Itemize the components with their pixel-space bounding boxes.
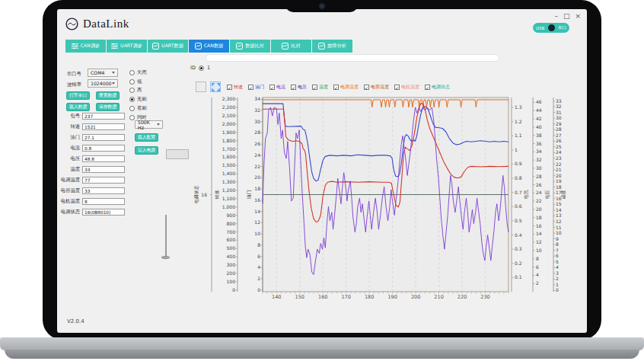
tab-UART调参[interactable]: UART调参	[107, 40, 147, 53]
button-保存数据[interactable]: 保存数据	[96, 103, 120, 111]
maximize-button[interactable]: □	[563, 13, 570, 20]
telemetry-row: 电压	[57, 155, 127, 163]
y-tick-label: 1,000	[222, 204, 235, 209]
minimize-button[interactable]: –	[554, 13, 558, 20]
toggle-电调温度[interactable]: ✓电调温度	[333, 84, 359, 91]
toggle-knob[interactable]	[548, 24, 555, 31]
field-油门[interactable]	[82, 134, 125, 142]
x-tick-label: 170	[341, 294, 350, 300]
blank-field[interactable]	[166, 149, 189, 159]
radio-低[interactable]: 低	[129, 78, 142, 85]
toggle-电调状态[interactable]: ✓电调状态	[425, 84, 450, 91]
expand-icon[interactable]	[210, 81, 221, 92]
axis-title-youmen: 油门	[246, 190, 252, 200]
telemetry-row: 转速	[57, 123, 127, 131]
toggle-label: 电压	[298, 84, 307, 91]
toggle-usb-label: USB	[536, 26, 544, 30]
toggle-电压[interactable]: ✓电压	[291, 84, 307, 91]
y-tick-label: 22	[254, 164, 260, 169]
radio-有刷[interactable]: 有刷	[129, 105, 147, 112]
window-controls: – □ ×	[554, 13, 581, 20]
toggle-转速[interactable]: ✓转速	[227, 84, 243, 91]
tab-数据比对[interactable]: 数据比对	[230, 40, 270, 53]
toggle-serial-label: 串口	[558, 25, 566, 30]
field-电调温度[interactable]	[82, 177, 125, 184]
radio-无刷[interactable]: 无刷	[129, 96, 147, 103]
y-tick-label: 8	[536, 256, 539, 261]
toggle-油门[interactable]: ✓油门	[248, 84, 264, 91]
checkbox-icon[interactable]: ✓	[291, 85, 296, 90]
y-tick-label: 10	[254, 231, 260, 236]
field-转速[interactable]	[82, 123, 125, 131]
button-打开串口[interactable]: 打开串口	[66, 91, 90, 100]
tab-CAN调参[interactable]: CAN调参	[65, 40, 106, 53]
y-tick-label: 28	[536, 174, 542, 179]
radio-icon[interactable]	[129, 106, 135, 111]
usb-serial-toggle[interactable]: USB 串口	[533, 23, 569, 33]
field-包号[interactable]	[82, 113, 125, 120]
y-tick-label: 12	[536, 239, 542, 244]
id-selector: ID 1	[190, 65, 210, 71]
y-tick-label: 30	[254, 119, 260, 124]
x-tick-label: 140	[272, 294, 281, 300]
baud-select[interactable]: 1024000	[88, 79, 118, 88]
id-radio[interactable]	[199, 65, 204, 71]
checkbox-icon[interactable]: ✓	[333, 85, 339, 90]
freq-select[interactable]: 500K Hz	[135, 120, 163, 129]
toggle-电容温度[interactable]: ✓电容温度	[364, 84, 389, 91]
axis-title-zhuangtai: 电调状态	[193, 186, 199, 204]
radio-icon[interactable]	[129, 79, 135, 85]
checkbox-icon[interactable]: ✓	[269, 85, 275, 90]
y-tick-label: 3	[556, 270, 559, 276]
field-电容温度[interactable]	[82, 187, 125, 195]
checkbox-icon[interactable]: ✓	[312, 85, 317, 90]
series-toggle-row: ✓转速✓油门✓电流✓电压✓温度✓电调温度✓电容温度✓电机温度✓电调状态	[227, 84, 450, 91]
port-select[interactable]: COM4	[88, 69, 118, 77]
y-tick-label: 26	[536, 182, 542, 187]
y-tick-label: 14	[556, 207, 562, 212]
y-tick-label: 0.5	[515, 218, 522, 223]
radio-icon[interactable]	[129, 115, 135, 120]
toggle-电流[interactable]: ✓电流	[269, 84, 285, 91]
radio-关闭[interactable]: 关闭	[129, 69, 147, 76]
port-value: COM4	[91, 70, 104, 75]
field-电调状态[interactable]	[82, 209, 125, 216]
field-电压[interactable]	[82, 155, 125, 163]
toggle-电机温度[interactable]: ✓电机温度	[394, 84, 419, 91]
radio-高[interactable]: 高	[129, 87, 142, 94]
y-tick-label: 31	[556, 110, 562, 115]
checkbox-icon[interactable]: ✓	[364, 85, 369, 90]
close-button[interactable]: ×	[575, 13, 581, 20]
y-tick-label: 12	[254, 219, 260, 225]
checkbox-icon[interactable]: ✓	[227, 85, 232, 90]
y-tick-label: 28	[556, 126, 562, 132]
y-tick-label: 10	[536, 248, 542, 253]
toggle-温度[interactable]: ✓温度	[312, 84, 328, 91]
freq-value: 500K Hz	[138, 120, 157, 130]
button-载入配置[interactable]: 载入配置	[135, 133, 158, 142]
port-label: 串口号	[67, 71, 81, 78]
tab-比对[interactable]: 比对	[271, 40, 311, 53]
baud-label: 波特率	[67, 81, 81, 88]
checkbox-icon[interactable]: ✓	[394, 85, 400, 90]
tab-CAN数据[interactable]: CAN数据	[189, 40, 229, 53]
button-写入电调[interactable]: 写入电调	[135, 146, 158, 155]
checkbox-icon[interactable]: ✓	[248, 85, 253, 90]
field-电机温度[interactable]	[82, 198, 125, 206]
legend-box-button[interactable]	[196, 81, 206, 92]
x-tick-label: 200	[411, 294, 420, 300]
radio-icon[interactable]	[129, 70, 135, 75]
button-载入数据[interactable]: 载入数据	[66, 103, 90, 111]
tab-故障分析[interactable]: 故障分析	[312, 40, 352, 53]
radio-icon[interactable]	[129, 88, 135, 93]
radio-icon[interactable]	[129, 97, 135, 102]
y-tick-label: 22	[556, 161, 562, 167]
app-title: DataLink	[83, 18, 129, 30]
y-tick-label: 1.1	[515, 133, 522, 138]
button-重置数据[interactable]: 重置数据	[96, 91, 120, 100]
checkbox-icon[interactable]: ✓	[425, 85, 430, 90]
field-温度[interactable]	[82, 166, 125, 174]
field-电流[interactable]	[82, 145, 125, 152]
y-tick-label: 5	[556, 259, 559, 264]
tab-UART数据[interactable]: UART数据	[148, 40, 188, 53]
